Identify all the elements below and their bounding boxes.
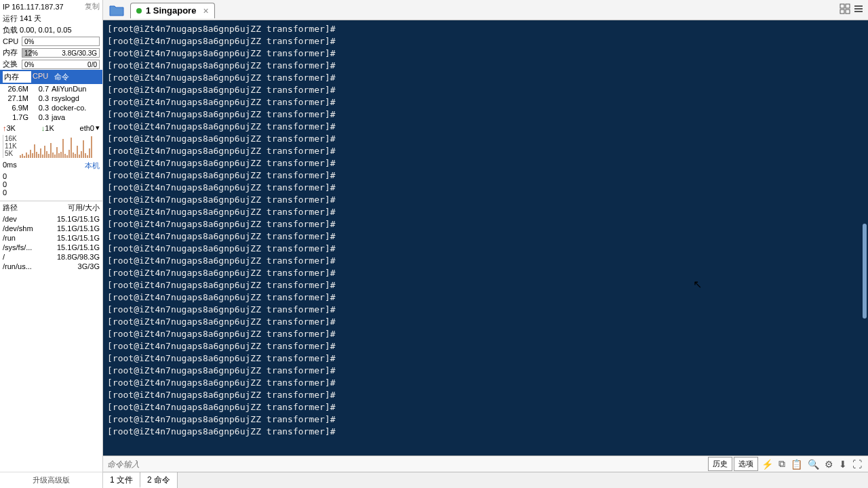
terminal-line: [root@iZt4n7nugaps8a6gnp6ujZZ transforme… xyxy=(107,426,864,438)
swap-meter: 交换 0% 0/0 xyxy=(0,58,102,70)
ip-text: IP 161.117.187.37 xyxy=(3,3,64,11)
net-stats: ↑3K ↓1K eth0 ▾ xyxy=(0,122,102,134)
network-sparkline: 16K 11K 5K xyxy=(3,135,100,158)
terminal-line: [root@iZt4n7nugaps8a6gnp6ujZZ transforme… xyxy=(107,145,864,157)
scrollbar[interactable] xyxy=(863,224,867,319)
command-input[interactable] xyxy=(107,460,708,469)
bottom-tabs: 1 文件 2 命令 xyxy=(103,472,868,488)
disk-header: 路径 可用/大小 xyxy=(0,201,102,214)
terminal-line: [root@iZt4n7nugaps8a6gnp6ujZZ transforme… xyxy=(107,121,864,133)
svg-rect-1 xyxy=(846,4,850,8)
status-dot-icon xyxy=(136,8,142,14)
svg-rect-2 xyxy=(840,9,844,14)
terminal-line: [root@iZt4n7nugaps8a6gnp6ujZZ transforme… xyxy=(107,352,864,365)
ping-head: 0ms xyxy=(3,161,17,171)
terminal-line: [root@iZt4n7nugaps8a6gnp6ujZZ transforme… xyxy=(107,84,864,96)
terminal-line: [root@iZt4n7nugaps8a6gnp6ujZZ transforme… xyxy=(107,218,864,230)
disk-row: /run/us...3G/3G xyxy=(0,262,102,271)
terminal-line: [root@iZt4n7nugaps8a6gnp6ujZZ transforme… xyxy=(107,365,864,377)
terminal-line: [root@iZt4n7nugaps8a6gnp6ujZZ transforme… xyxy=(107,194,864,206)
ping-local[interactable]: 本机 xyxy=(85,161,100,171)
terminal-line: [root@iZt4n7nugaps8a6gnp6ujZZ transforme… xyxy=(107,230,864,243)
search-icon[interactable]: 🔍 xyxy=(806,458,821,471)
terminal-line: [root@iZt4n7nugaps8a6gnp6ujZZ transforme… xyxy=(107,291,864,304)
bolt-icon[interactable]: ⚡ xyxy=(760,458,775,471)
gear-icon[interactable]: ⚙ xyxy=(823,458,835,471)
terminal-line: [root@iZt4n7nugaps8a6gnp6ujZZ transforme… xyxy=(107,304,864,316)
terminal-line: [root@iZt4n7nugaps8a6gnp6ujZZ transforme… xyxy=(107,243,864,255)
terminal-line: [root@iZt4n7nugaps8a6gnp6ujZZ transforme… xyxy=(107,316,864,328)
terminal-line: [root@iZt4n7nugaps8a6gnp6ujZZ transforme… xyxy=(107,182,864,194)
terminal-line: [root@iZt4n7nugaps8a6gnp6ujZZ transforme… xyxy=(107,279,864,291)
session-tab[interactable]: 1 Singapore × xyxy=(130,3,215,18)
titlebar: 1 Singapore × xyxy=(103,0,868,20)
uptime-text: 运行 141 天 xyxy=(0,13,102,24)
terminal-line: [root@iZt4n7nugaps8a6gnp6ujZZ transforme… xyxy=(107,340,864,352)
terminal-line: [root@iZt4n7nugaps8a6gnp6ujZZ transforme… xyxy=(107,60,864,72)
expand-icon[interactable]: ⛶ xyxy=(850,458,864,471)
disk-row: /dev15.1G/15.1G xyxy=(0,214,102,224)
terminal-line: [root@iZt4n7nugaps8a6gnp6ujZZ transforme… xyxy=(107,35,864,47)
menu-icon[interactable] xyxy=(853,3,864,16)
terminal[interactable]: [root@iZt4n7nugaps8a6gnp6ujZZ transforme… xyxy=(103,20,868,455)
process-row[interactable]: 1.7G0.3java xyxy=(0,113,102,122)
terminal-line: [root@iZt4n7nugaps8a6gnp6ujZZ transforme… xyxy=(107,328,864,340)
paste-icon[interactable]: 📋 xyxy=(789,458,804,471)
tab-files[interactable]: 1 文件 xyxy=(103,472,140,488)
copy-button[interactable]: 复制 xyxy=(85,1,100,12)
terminal-line: [root@iZt4n7nugaps8a6gnp6ujZZ transforme… xyxy=(107,72,864,84)
terminal-line: [root@iZt4n7nugaps8a6gnp6ujZZ transforme… xyxy=(107,108,864,121)
terminal-line: [root@iZt4n7nugaps8a6gnp6ujZZ transforme… xyxy=(107,169,864,182)
disk-row: /dev/shm15.1G/15.1G xyxy=(0,224,102,233)
disk-row: /sys/fs/...15.1G/15.1G xyxy=(0,243,102,252)
iface-select[interactable]: eth0 ▾ xyxy=(80,123,100,132)
command-input-bar: 历史 选项 ⚡ ⧉ 📋 🔍 ⚙ ⬇ ⛶ xyxy=(103,455,868,472)
disk-row: /18.8G/98.3G xyxy=(0,252,102,262)
upgrade-button[interactable]: 升级高级版 xyxy=(0,472,102,488)
terminal-line: [root@iZt4n7nugaps8a6gnp6ujZZ transforme… xyxy=(107,377,864,389)
terminal-line: [root@iZt4n7nugaps8a6gnp6ujZZ transforme… xyxy=(107,133,864,145)
sidebar: IP 161.117.187.37 复制 运行 141 天 负载 0.00, 0… xyxy=(0,0,103,488)
tab-commands[interactable]: 2 命令 xyxy=(140,472,178,488)
process-row[interactable]: 6.9M0.3docker-co. xyxy=(0,103,102,113)
terminal-line: [root@iZt4n7nugaps8a6gnp6ujZZ transforme… xyxy=(107,96,864,108)
download-icon[interactable]: ⬇ xyxy=(837,458,849,471)
disk-row: /run15.1G/15.1G xyxy=(0,233,102,243)
terminal-line: [root@iZt4n7nugaps8a6gnp6ujZZ transforme… xyxy=(107,206,864,218)
cpu-meter: CPU 0% xyxy=(0,36,102,47)
chevron-down-icon: ▾ xyxy=(96,123,100,132)
close-icon[interactable]: × xyxy=(203,5,208,16)
grid-icon[interactable] xyxy=(840,3,850,16)
load-text: 负载 0.00, 0.01, 0.05 xyxy=(0,24,102,36)
terminal-line: [root@iZt4n7nugaps8a6gnp6ujZZ transforme… xyxy=(107,401,864,413)
svg-rect-0 xyxy=(840,4,844,8)
copy-icon[interactable]: ⧉ xyxy=(776,457,787,471)
terminal-line: [root@iZt4n7nugaps8a6gnp6ujZZ transforme… xyxy=(107,47,864,60)
terminal-line: [root@iZt4n7nugaps8a6gnp6ujZZ transforme… xyxy=(107,389,864,401)
terminal-line: [root@iZt4n7nugaps8a6gnp6ujZZ transforme… xyxy=(107,413,864,426)
options-button[interactable]: 选项 xyxy=(734,457,758,471)
svg-rect-3 xyxy=(846,9,850,14)
process-row[interactable]: 26.6M0.7AliYunDun xyxy=(0,84,102,94)
terminal-line: [root@iZt4n7nugaps8a6gnp6ujZZ transforme… xyxy=(107,255,864,267)
terminal-line: [root@iZt4n7nugaps8a6gnp6ujZZ transforme… xyxy=(107,23,864,35)
terminal-line: [root@iZt4n7nugaps8a6gnp6ujZZ transforme… xyxy=(107,157,864,169)
mem-meter: 内存 12% 3.8G/30.3G xyxy=(0,47,102,58)
folder-icon[interactable] xyxy=(103,4,130,16)
process-row[interactable]: 27.1M0.3rsyslogd xyxy=(0,94,102,103)
terminal-line: [root@iZt4n7nugaps8a6gnp6ujZZ transforme… xyxy=(107,267,864,279)
history-button[interactable]: 历史 xyxy=(708,457,732,471)
process-header[interactable]: 内存 CPU 命令 xyxy=(0,70,102,84)
